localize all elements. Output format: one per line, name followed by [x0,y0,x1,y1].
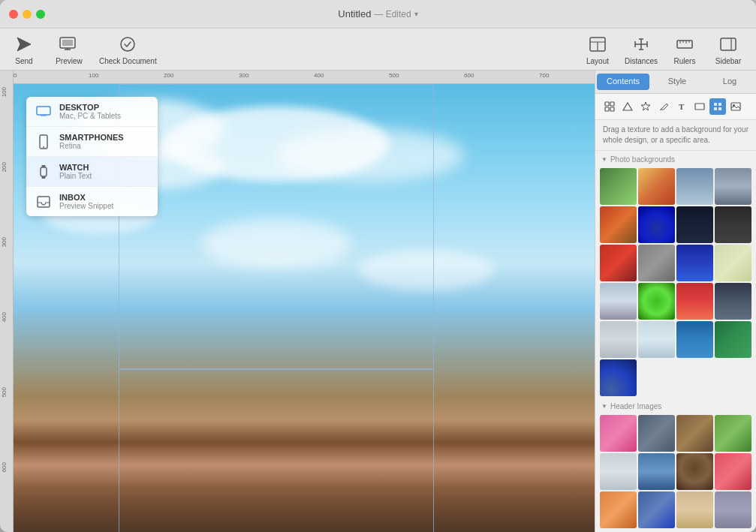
photo-thumb-autumn[interactable] [600,206,637,243]
svg-point-5 [121,38,134,51]
svg-rect-28 [42,165,46,167]
cloud-6 [201,219,351,268]
rect-icon[interactable] [691,98,708,115]
svg-rect-41 [714,103,717,106]
preview-icon [59,34,80,55]
header-thumb-lake[interactable] [638,453,675,490]
photo-thumb-foggy[interactable] [600,321,637,358]
photo-thumb-redphone[interactable] [600,245,637,281]
star-icon[interactable] [637,98,654,115]
toolbar: Send Preview [0,29,756,71]
svg-rect-33 [605,107,609,111]
grid-icon[interactable] [601,98,618,115]
svg-marker-35 [623,103,632,110]
send-icon [14,34,35,55]
watch-icon [35,164,52,179]
svg-rect-27 [41,167,47,176]
header-thumb-tulips[interactable] [715,453,751,490]
svg-rect-42 [718,103,721,106]
tab-style[interactable]: Style [651,71,703,93]
svg-rect-34 [610,107,614,111]
device-item-smartphones[interactable]: SMARTPHONES Retina [26,127,158,157]
right-sidebar: Contents Style Log [595,71,756,532]
cloud-3 [276,129,464,182]
minimize-button[interactable] [23,10,32,19]
main-content: 0 100 200 300 400 500 600 700 100 200 30… [0,71,756,532]
distances-button[interactable]: Distances [622,34,660,65]
photo-thumb-sunflower[interactable] [638,283,675,320]
header-thumb-dock[interactable] [715,491,751,528]
svg-rect-22 [37,107,50,115]
svg-rect-32 [610,102,614,106]
header-thumb-pier[interactable] [676,491,713,528]
text-T-icon[interactable]: T [673,98,690,115]
preview-button[interactable]: Preview [54,34,84,65]
photo-thumb-palms[interactable] [715,321,751,358]
distances-icon [631,34,652,55]
desktop-icon [35,106,52,118]
send-button[interactable]: Send [9,34,39,65]
photo-thumb-redsunset[interactable] [676,283,713,320]
image-icon[interactable] [727,98,744,115]
rulers-button[interactable]: Rulers [666,34,703,65]
header-thumb-hands[interactable] [600,491,637,528]
device-item-watch[interactable]: WATCH Plain Text [26,157,158,187]
device-item-desktop[interactable]: DESKTOP Mac, PC & Tablets [26,97,158,127]
header-thumb-coffee[interactable] [676,453,713,490]
device-item-inbox[interactable]: INBOX Preview Snippet [26,187,158,216]
photo-thumb-bluemist[interactable] [676,168,713,205]
header-images-label: ▼ Header Images [595,398,756,413]
svg-rect-43 [714,107,717,110]
header-thumb-fields[interactable] [715,415,751,452]
svg-rect-29 [42,176,46,179]
svg-marker-36 [641,102,650,110]
sidebar-button[interactable]: Sidebar [709,34,747,65]
svg-rect-4 [62,40,73,46]
ruler-left: 100 200 300 400 500 600 [0,71,14,532]
toolbar-left: Send Preview [9,34,157,65]
toolbar-right: Layout Distances [579,34,747,65]
close-button[interactable] [9,10,18,19]
photo-thumb-darkgray[interactable] [715,206,751,243]
maximize-button[interactable] [36,10,45,19]
photo-thumb-flowers[interactable] [715,245,751,281]
smartphones-icon [35,134,52,149]
photo-thumb-fireworks[interactable] [638,206,675,243]
device-panel: DESKTOP Mac, PC & Tablets SMARTPHONES Re… [26,97,158,216]
sidebar-tabs: Contents Style Log [595,71,756,94]
photo-thumb-stones[interactable] [638,245,675,281]
photo-thumb-darknight[interactable] [676,206,713,243]
ruler-top: 0 100 200 300 400 500 600 700 [0,71,595,84]
photo-thumb-ocean[interactable] [676,321,713,358]
inbox-icon [35,196,52,208]
photo-thumb-storm[interactable] [600,359,637,396]
photo-thumb-sunset[interactable] [638,168,675,205]
photo-thumb-green[interactable] [600,168,637,205]
photo-thumb-darkmount[interactable] [715,283,751,320]
photo-thumb-lightning[interactable] [676,245,713,281]
layout-button[interactable]: Layout [579,34,616,65]
pen-icon[interactable] [655,98,672,115]
header-thumb-road[interactable] [638,415,675,452]
rulers-icon [674,34,695,55]
svg-rect-45 [731,103,740,110]
photo-thumb-wintery[interactable] [638,321,675,358]
photo-thumb-bridge[interactable] [600,283,637,320]
tab-contents[interactable]: Contents [597,74,649,90]
svg-line-37 [660,110,661,110]
canvas-area[interactable]: 0 100 200 300 400 500 600 700 100 200 30… [0,71,595,532]
header-thumb-flowers[interactable] [600,415,637,452]
tab-log[interactable]: Log [703,71,756,93]
section-triangle-icon: ▼ [601,156,607,163]
svg-marker-0 [17,38,31,51]
svg-text:T: T [679,102,685,111]
header-thumb-ferris[interactable] [600,453,637,490]
header-thumb-bluejay[interactable] [638,491,675,528]
sidebar-scroll[interactable]: ▼ Photo backgrounds [595,151,756,532]
photo-thumb-mountains[interactable] [715,168,751,205]
header-thumb-wood[interactable] [676,415,713,452]
pattern-icon[interactable] [709,98,726,115]
layout-icon [587,34,608,55]
triangle-icon[interactable] [619,98,636,115]
check-document-button[interactable]: Check Document [99,34,157,65]
